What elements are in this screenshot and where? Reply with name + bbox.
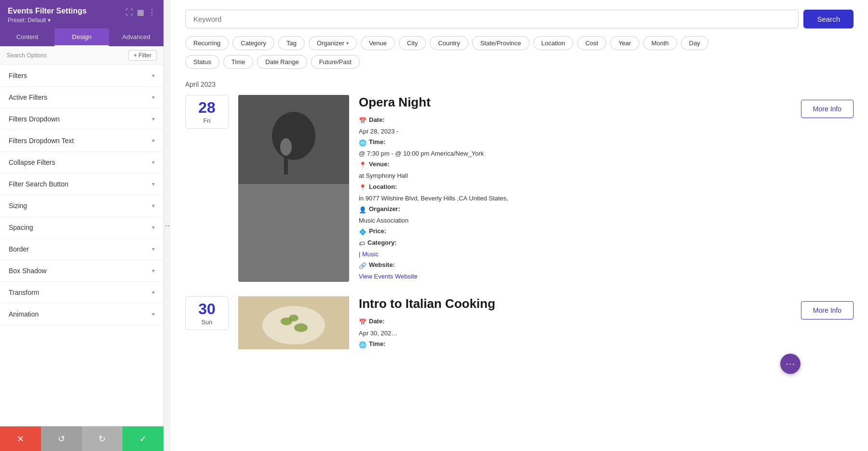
chevron-icon: ▾: [152, 311, 155, 318]
event-details-1: Opera Night 📅Date: Apr 28, 2023 - 🌐Time:…: [359, 95, 791, 282]
floating-menu-bubble[interactable]: ⋯: [780, 354, 800, 374]
search-button[interactable]: Search: [803, 10, 854, 28]
event-card-inner-2: Intro to Italian Cooking 📅Date: Apr 30, …: [238, 296, 854, 350]
organizer-label-1: Organizer:: [369, 204, 400, 214]
category-icon-1: 🏷: [359, 239, 365, 249]
tab-design[interactable]: Design: [54, 28, 109, 46]
panel-header-icons: ⛶ ▦ ⋮: [125, 8, 156, 17]
redo-button[interactable]: ↻: [82, 426, 123, 451]
location-value-1: in 9077 Wilshire Blvd, Beverly Hills ,CA…: [359, 195, 508, 202]
event-date-box-1: 28 Fri: [185, 95, 229, 129]
event-date-day-2: Sun: [201, 318, 212, 326]
menu-item-box-shadow[interactable]: Box Shadow▾: [0, 260, 163, 282]
right-panel: Search RecurringCategoryTagOrganizer ▾Ve…: [171, 0, 868, 451]
search-options-bar: Search Options + Filter: [0, 46, 163, 65]
filter-tag-cost[interactable]: Cost: [577, 36, 607, 50]
filter-tag-future-past[interactable]: Future/Past: [311, 55, 360, 69]
filter-tag-status[interactable]: Status: [185, 55, 219, 69]
more-info-button-1[interactable]: More Info: [801, 100, 854, 118]
menu-item-active-filters[interactable]: Active Filters▾: [0, 87, 163, 108]
filter-tag-location[interactable]: Location: [533, 36, 573, 50]
website-label-1: Website:: [369, 260, 395, 270]
organizer-icon-1: 👤: [359, 205, 366, 215]
search-options-label: Search Options: [7, 52, 47, 59]
menu-item-border[interactable]: Border▾: [0, 239, 163, 260]
chevron-icon: ▾: [152, 181, 155, 187]
venue-value-1: at Symphony Hall: [359, 172, 408, 179]
filter-tag-recurring[interactable]: Recurring: [185, 36, 229, 50]
chevron-icon: ▾: [152, 94, 155, 101]
search-bar-row: Search: [185, 10, 854, 28]
organizer-value-1: Music Association: [359, 217, 408, 224]
panel-menu: Filters▾Active Filters▾Filters Dropdown▾…: [0, 65, 163, 426]
add-filter-button[interactable]: + Filter: [128, 50, 157, 61]
event-image-2: [238, 296, 349, 349]
svg-point-3: [280, 138, 292, 156]
filter-tag-day[interactable]: Day: [681, 36, 708, 50]
chevron-icon: ▾: [152, 137, 155, 144]
svg-point-9: [294, 323, 308, 332]
filter-tag-organizer[interactable]: Organizer ▾: [309, 36, 357, 50]
columns-icon[interactable]: ▦: [137, 8, 144, 17]
undo-button[interactable]: ↺: [41, 426, 82, 451]
resize-handle[interactable]: ↔: [164, 0, 171, 451]
menu-item-filter-search-button[interactable]: Filter Search Button▾: [0, 173, 163, 195]
menu-item-filters[interactable]: Filters▾: [0, 65, 163, 87]
website-icon-1: 🔗: [359, 261, 366, 271]
panel-preset[interactable]: Preset: Default ▾: [8, 17, 87, 24]
menu-item-animation[interactable]: Animation▾: [0, 304, 163, 325]
menu-item-collapse-filters[interactable]: Collapse Filters▾: [0, 152, 163, 173]
menu-item-spacing[interactable]: Spacing▾: [0, 217, 163, 239]
menu-item-filters-dropdown-text[interactable]: Filters Dropdown Text▾: [0, 130, 163, 152]
menu-icon[interactable]: ⋮: [148, 8, 156, 17]
filter-tag-year[interactable]: Year: [610, 36, 639, 50]
filter-tag-city[interactable]: City: [399, 36, 426, 50]
svg-point-1: [272, 112, 315, 160]
chevron-icon: ▾: [152, 72, 155, 79]
event-title-2: Intro to Italian Cooking: [359, 296, 791, 311]
keyword-input[interactable]: [185, 10, 799, 28]
dropdown-arrow: ▾: [346, 40, 349, 46]
date-icon-1: 📅: [359, 116, 366, 126]
filter-tag-country[interactable]: Country: [430, 36, 468, 50]
category-link-1[interactable]: Music: [362, 251, 379, 258]
website-link-1[interactable]: View Events Website: [359, 273, 418, 280]
category-label-1: Category:: [367, 238, 397, 248]
chevron-icon: ▾: [152, 202, 155, 209]
tab-advanced[interactable]: Advanced: [109, 28, 163, 46]
filter-tags-row1: RecurringCategoryTagOrganizer ▾VenueCity…: [185, 36, 854, 50]
menu-item-sizing[interactable]: Sizing▾: [0, 195, 163, 217]
venue-icon-1: 📍: [359, 160, 366, 171]
save-button[interactable]: ✓: [122, 426, 163, 451]
panel-title: Events Filter Settings: [8, 7, 87, 15]
date-label-2: Date:: [369, 316, 385, 327]
date-value-1: Apr 28, 2023 -: [359, 128, 398, 135]
filter-tag-tag[interactable]: Tag: [278, 36, 305, 50]
chevron-icon: ▾: [152, 289, 155, 296]
chevron-icon: ▾: [152, 267, 155, 274]
tab-content[interactable]: Content: [0, 28, 54, 46]
menu-item-filters-dropdown[interactable]: Filters Dropdown▾: [0, 108, 163, 130]
price-icon-1: 💠: [359, 227, 366, 238]
event-card-inner-1: Opera Night 📅Date: Apr 28, 2023 - 🌐Time:…: [238, 95, 854, 282]
filter-tag-state-province[interactable]: State/Province: [472, 36, 529, 50]
fullscreen-icon[interactable]: ⛶: [125, 8, 133, 17]
filter-tag-date-range[interactable]: Date Range: [257, 55, 307, 69]
filter-tag-month[interactable]: Month: [643, 36, 677, 50]
cancel-button[interactable]: ✕: [0, 426, 41, 451]
filter-tag-venue[interactable]: Venue: [361, 36, 395, 50]
panel-header: Events Filter Settings Preset: Default ▾…: [0, 0, 163, 28]
category-prefix-1: |: [359, 251, 360, 258]
more-info-button-2[interactable]: More Info: [801, 301, 854, 319]
filter-tag-category[interactable]: Category: [232, 36, 274, 50]
left-panel: Events Filter Settings Preset: Default ▾…: [0, 0, 164, 451]
time-label-2: Time:: [369, 339, 385, 349]
month-label: April 2023: [185, 80, 854, 88]
location-icon-1: 📍: [359, 183, 366, 193]
menu-item-transform[interactable]: Transform▾: [0, 282, 163, 304]
svg-point-6: [262, 306, 325, 345]
price-label-1: Price:: [369, 226, 386, 237]
date-value-2: Apr 30, 202…: [359, 330, 397, 337]
filter-tag-time[interactable]: Time: [223, 55, 253, 69]
panel-tabs: Content Design Advanced: [0, 28, 163, 46]
